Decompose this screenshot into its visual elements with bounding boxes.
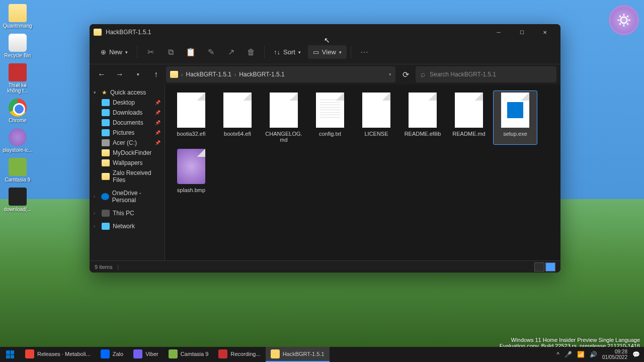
folder-icon: [102, 173, 110, 180]
file-item[interactable]: LICENSE: [354, 90, 398, 145]
red-icon: [9, 63, 27, 81]
file-item[interactable]: config.txt: [308, 90, 352, 145]
desktop-icon[interactable]: Recycle Bin: [3, 34, 33, 58]
file-icon: [362, 93, 390, 128]
notifications-icon[interactable]: 💬: [632, 351, 640, 358]
sidebar-network[interactable]: › Network: [90, 221, 165, 231]
file-icon: [501, 93, 529, 128]
more-button[interactable]: ⋯: [355, 44, 373, 60]
address-field[interactable]: › HackBGRT-1.5.1 › HackBGRT-1.5.1 ▾: [166, 66, 395, 82]
file-item[interactable]: README.md: [447, 90, 491, 145]
sort-icon: ↑↓: [274, 48, 280, 56]
search-input[interactable]: [430, 71, 551, 78]
forward-button[interactable]: →: [112, 66, 128, 82]
breadcrumb[interactable]: HackBGRT-1.5.1: [239, 71, 284, 78]
status-bar: 9 items |: [90, 260, 560, 273]
item-count: 9 items: [95, 264, 112, 270]
sidebar-item[interactable]: MyDockFinder: [90, 148, 165, 158]
volume-icon[interactable]: 🔊: [590, 351, 597, 358]
folder-icon: [102, 149, 110, 156]
pin-icon: 📌: [155, 110, 160, 115]
copy-button[interactable]: ⧉: [162, 44, 180, 60]
clock[interactable]: 09:28 01/05/2022: [602, 349, 627, 360]
chevron-down-icon: ▾: [339, 50, 342, 55]
folder-icon: [271, 349, 280, 358]
file-item[interactable]: bootx64.efi: [215, 90, 260, 145]
delete-button[interactable]: 🗑: [242, 44, 260, 60]
titlebar[interactable]: HackBGRT-1.5.1 ─ ☐ ✕: [90, 24, 560, 40]
file-icon: [455, 93, 483, 128]
chevron-right-icon: ›: [94, 224, 99, 229]
desktop-icon[interactable]: Quantrimang: [3, 4, 33, 29]
folder-icon: [102, 159, 110, 166]
file-item[interactable]: README.efilib: [400, 90, 445, 145]
sidebar-item[interactable]: Pictures 📌: [90, 128, 165, 138]
file-item[interactable]: CHANGELOG.md: [262, 90, 306, 145]
wifi-icon[interactable]: 📶: [577, 351, 585, 358]
sidebar-item[interactable]: Downloads 📌: [90, 108, 165, 118]
taskbar-item[interactable]: Releases · Metaboli...: [20, 347, 96, 362]
breadcrumb[interactable]: HackBGRT-1.5.1: [186, 71, 231, 78]
tray-chevron-icon[interactable]: ^: [556, 351, 559, 358]
cloud-icon: [101, 193, 109, 200]
folder-icon: [94, 29, 102, 36]
file-icon: [270, 93, 298, 128]
chevron-down-icon: ▾: [125, 50, 128, 55]
chrome-icon: [25, 349, 34, 358]
sidebar-quick-access[interactable]: ▾ ★ Quick access: [90, 87, 165, 98]
sidebar-item[interactable]: Desktop 📌: [90, 98, 165, 108]
desktop-icon[interactable]: Chrome: [3, 99, 33, 123]
up-button[interactable]: ↑: [148, 66, 164, 82]
taskbar-item[interactable]: Zalo: [96, 347, 128, 362]
svg-point-0: [621, 17, 627, 24]
sort-button[interactable]: ↑↓ Sort ▾: [269, 45, 306, 59]
maximize-button[interactable]: ☐: [510, 24, 533, 40]
pin-icon: 📌: [155, 140, 160, 145]
back-button[interactable]: ←: [94, 66, 110, 82]
recent-button[interactable]: ▾: [130, 66, 146, 82]
pin-icon: 📌: [155, 130, 160, 135]
desktop-icon[interactable]: Thiết kế không t...: [3, 63, 33, 94]
close-button[interactable]: ✕: [533, 24, 556, 40]
folder-icon: [9, 4, 27, 22]
taskbar-item[interactable]: Camtasia 9: [164, 347, 214, 362]
details-view-button[interactable]: [534, 262, 544, 272]
sidebar-this-pc[interactable]: › This PC: [90, 208, 165, 218]
sidebar-onedrive[interactable]: › OneDrive - Personal: [90, 188, 165, 205]
share-button[interactable]: ↗: [222, 44, 240, 60]
sidebar-item[interactable]: Documents 📌: [90, 118, 165, 128]
desktop-icon[interactable]: Camtasia 9: [3, 158, 33, 183]
desktop-icon[interactable]: download(...: [3, 188, 33, 212]
chevron-down-icon[interactable]: ▾: [389, 72, 391, 77]
file-item[interactable]: bootia32.efi: [169, 90, 213, 145]
start-button[interactable]: [0, 347, 20, 362]
taskbar-item[interactable]: Recording...: [213, 347, 265, 362]
chevron-down-icon: ▾: [94, 90, 99, 95]
cut-button[interactable]: ✂: [141, 44, 159, 60]
file-item[interactable]: setup.exe: [493, 90, 537, 145]
taskbar-item[interactable]: HackBGRT-1.5.1: [266, 347, 330, 362]
new-button[interactable]: ⊕ New ▾: [96, 45, 133, 59]
microphone-icon[interactable]: 🎤: [565, 351, 572, 358]
icons-view-button[interactable]: [545, 262, 555, 272]
paste-button[interactable]: 📋: [182, 44, 200, 60]
chrome-icon: [9, 99, 27, 117]
search-field[interactable]: ⌕: [416, 66, 556, 82]
camtasia-icon: [169, 349, 178, 358]
file-grid: bootia32.efi bootx64.efi CHANGELOG.md co…: [165, 84, 560, 260]
folder-icon: [170, 71, 178, 78]
sidebar-item[interactable]: Acer (C:) 📌: [90, 138, 165, 148]
rename-button[interactable]: ✎: [202, 44, 220, 60]
file-icon: [316, 93, 344, 128]
file-item[interactable]: splash.bmp: [169, 147, 213, 195]
sidebar-item[interactable]: Zalo Received Files: [90, 168, 165, 185]
view-button[interactable]: ▭ View ▾: [308, 45, 347, 59]
refresh-button[interactable]: ⟳: [397, 66, 414, 82]
desktop-icon[interactable]: playstore-ic...: [3, 128, 33, 153]
viber-icon: [133, 349, 142, 358]
taskbar: Releases · Metaboli... Zalo Viber Camtas…: [0, 347, 644, 362]
sidebar-item[interactable]: Wallpapers: [90, 158, 165, 168]
badge-icon: [609, 5, 639, 35]
taskbar-item[interactable]: Viber: [128, 347, 163, 362]
minimize-button[interactable]: ─: [487, 24, 510, 40]
